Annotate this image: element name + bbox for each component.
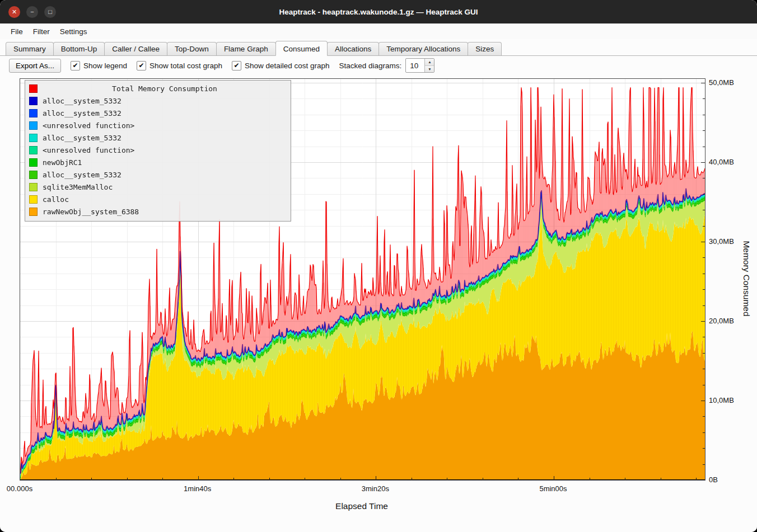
y-tick-label: 10,0MB <box>709 396 734 404</box>
legend-item: alloc__system_5332 <box>29 95 287 107</box>
tab-sizes[interactable]: Sizes <box>468 42 502 55</box>
plot-area: Total Memory Consumptionalloc__system_53… <box>20 78 705 481</box>
legend-item: rawNewObj__system_6388 <box>29 205 287 218</box>
maximize-button[interactable]: □ <box>44 6 56 18</box>
legend-label: alloc__system_5332 <box>43 134 122 142</box>
stacked-diagrams-spinbox[interactable]: 10 ▲ ▼ <box>405 58 434 73</box>
tab-top-down[interactable]: Top-Down <box>167 42 217 55</box>
menu-file[interactable]: File <box>6 25 28 38</box>
tab-bottom-up[interactable]: Bottom-Up <box>53 42 105 55</box>
legend-swatch-icon <box>29 97 38 105</box>
tab-caller-callee[interactable]: Caller / Callee <box>104 42 167 55</box>
legend-item: newObjRC1 <box>29 156 287 168</box>
legend-swatch-icon <box>29 171 38 179</box>
window-title: Heaptrack - heaptrack.wakunode.1.gz — He… <box>0 8 757 16</box>
heaptrack-window: ✕ − □ Heaptrack - heaptrack.wakunode.1.g… <box>0 0 757 532</box>
legend-swatch-icon <box>29 183 38 191</box>
y-axis-title: Memory Consumed <box>741 241 751 316</box>
checkbox-icon[interactable]: ✔ <box>71 61 80 70</box>
y-tick-label: 20,0MB <box>709 317 734 325</box>
legend-swatch-icon <box>29 158 38 167</box>
export-as-button[interactable]: Export As... <box>9 59 61 73</box>
x-tick-label: 00.000s <box>7 484 32 493</box>
legend-label: alloc__system_5332 <box>43 171 122 179</box>
spin-down-icon[interactable]: ▼ <box>425 66 434 73</box>
menu-filter[interactable]: Filter <box>28 25 55 38</box>
tab-summary[interactable]: Summary <box>6 42 54 55</box>
tab-temporary-allocations[interactable]: Temporary Allocations <box>378 42 468 55</box>
x-axis: 00.000s1min40s3min20s5min00s <box>20 484 704 495</box>
y-tick-label: 50,0MB <box>709 78 734 87</box>
checkbox-label: Show legend <box>83 62 127 70</box>
menu-settings[interactable]: Settings <box>55 25 92 38</box>
legend-label: alloc__system_5332 <box>43 97 122 105</box>
stacked-diagrams-value[interactable]: 10 <box>406 59 424 72</box>
legend-label: rawNewObj__system_6388 <box>43 208 139 216</box>
checkbox-label: Show detailed cost graph <box>245 62 330 70</box>
legend-swatch-icon <box>29 134 38 142</box>
legend-item: alloc__system_5332 <box>29 131 287 144</box>
minimize-button[interactable]: − <box>26 6 38 18</box>
stacked-diagrams-control: Stacked diagrams: 10 ▲ ▼ <box>339 58 435 73</box>
legend-label: <unresolved function> <box>43 146 134 154</box>
checkbox-icon[interactable]: ✔ <box>232 61 241 70</box>
legend-label: alloc__system_5332 <box>43 109 122 117</box>
checkbox-icon[interactable]: ✔ <box>137 61 146 70</box>
legend-swatch-icon <box>29 208 38 216</box>
y-tick-label: 30,0MB <box>709 237 734 246</box>
close-button[interactable]: ✕ <box>8 6 20 18</box>
legend-title-row: Total Memory Consumption <box>29 82 287 95</box>
legend-item: <unresolved function> <box>29 119 287 131</box>
legend-swatch-icon <box>29 121 38 130</box>
checkbox-label: Show total cost graph <box>149 62 222 70</box>
legend-swatch-icon <box>29 195 38 204</box>
legend: Total Memory Consumptionalloc__system_53… <box>25 80 291 222</box>
spin-buttons: ▲ ▼ <box>424 59 434 72</box>
tabbar: SummaryBottom-UpCaller / CalleeTop-DownF… <box>0 39 757 56</box>
checkbox-show-legend[interactable]: ✔Show legend <box>71 61 127 70</box>
tab-consumed[interactable]: Consumed <box>275 41 328 56</box>
chart-region: Total Memory Consumptionalloc__system_53… <box>0 75 757 532</box>
checkbox-show-total-cost-graph[interactable]: ✔Show total cost graph <box>137 61 222 70</box>
legend-item: calloc <box>29 193 287 205</box>
legend-swatch-icon <box>29 109 38 117</box>
y-axis: 0B10,0MB20,0MB30,0MB40,0MB50,0MB <box>709 78 744 479</box>
window-controls: ✕ − □ <box>8 6 56 18</box>
titlebar[interactable]: ✕ − □ Heaptrack - heaptrack.wakunode.1.g… <box>0 0 757 23</box>
legend-item: alloc__system_5332 <box>29 168 287 181</box>
legend-item: sqlite3MemMalloc <box>29 181 287 193</box>
menubar: FileFilterSettings <box>0 23 757 39</box>
tab-allocations[interactable]: Allocations <box>327 42 379 55</box>
spin-up-icon[interactable]: ▲ <box>425 59 434 66</box>
checkbox-show-detailed-cost-graph[interactable]: ✔Show detailed cost graph <box>232 61 330 70</box>
x-tick-label: 5min00s <box>539 484 567 493</box>
x-tick-label: 3min20s <box>362 484 389 493</box>
legend-label: calloc <box>43 195 69 204</box>
legend-item: alloc__system_5332 <box>29 107 287 119</box>
legend-swatch-icon <box>29 146 38 154</box>
legend-label: newObjRC1 <box>43 158 82 167</box>
legend-swatch-icon <box>29 84 38 93</box>
toolbar-checkboxes: ✔Show legend✔Show total cost graph✔Show … <box>71 61 330 70</box>
legend-label: <unresolved function> <box>43 121 134 130</box>
stacked-diagrams-label: Stacked diagrams: <box>339 62 402 70</box>
legend-label: sqlite3MemMalloc <box>43 183 113 191</box>
y-tick-label: 0B <box>709 475 718 484</box>
x-axis-title: Elapsed Time <box>335 501 388 511</box>
legend-label: Total Memory Consumption <box>43 84 287 93</box>
tab-flame-graph[interactable]: Flame Graph <box>216 42 276 55</box>
y-tick-label: 40,0MB <box>709 158 734 166</box>
toolbar: Export As... ✔Show legend✔Show total cos… <box>0 56 757 75</box>
x-tick-label: 1min40s <box>184 484 211 493</box>
legend-item: <unresolved function> <box>29 144 287 156</box>
